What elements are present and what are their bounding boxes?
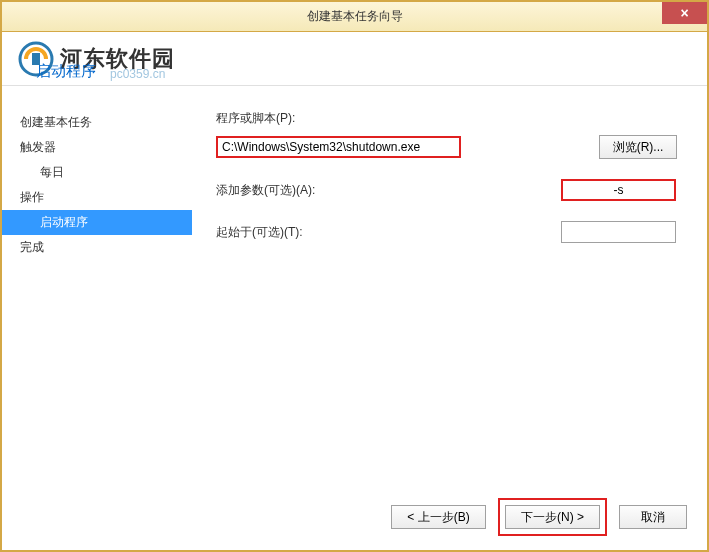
page-heading: 启动程序: [36, 62, 96, 81]
sidebar-item-finish[interactable]: 完成: [20, 235, 192, 260]
args-row: 添加参数(可选)(A): -s: [216, 179, 677, 201]
cancel-button[interactable]: 取消: [619, 505, 687, 529]
program-input[interactable]: C:\Windows\System32\shutdown.exe: [216, 136, 461, 158]
next-button[interactable]: 下一步(N) >: [505, 505, 600, 529]
args-value: -s: [567, 183, 670, 197]
program-value: C:\Windows\System32\shutdown.exe: [222, 140, 420, 154]
wizard-footer: < 上一步(B) 下一步(N) > 取消: [391, 498, 687, 536]
window-title: 创建基本任务向导: [307, 8, 403, 25]
sidebar-item-start-program[interactable]: 启动程序: [2, 210, 192, 235]
sidebar-item-create-task[interactable]: 创建基本任务: [20, 110, 192, 135]
sidebar-item-action[interactable]: 操作: [20, 185, 192, 210]
close-icon: ×: [680, 5, 688, 21]
close-button[interactable]: ×: [662, 2, 707, 24]
startin-input[interactable]: [561, 221, 676, 243]
titlebar: 创建基本任务向导 ×: [2, 2, 707, 32]
wizard-header: 河东软件园 启动程序 pc0359.cn: [2, 32, 707, 86]
watermark-url: pc0359.cn: [110, 67, 165, 81]
args-label: 添加参数(可选)(A):: [216, 182, 326, 199]
wizard-sidebar: 创建基本任务 触发器 每日 操作 启动程序 完成: [2, 86, 192, 506]
program-label: 程序或脚本(P):: [216, 110, 326, 127]
next-highlight: 下一步(N) >: [498, 498, 607, 536]
cancel-wrap: 取消: [619, 498, 687, 536]
sidebar-item-daily[interactable]: 每日: [20, 160, 192, 185]
program-row: C:\Windows\System32\shutdown.exe 浏览(R)..…: [216, 135, 677, 159]
wizard-content: 创建基本任务 触发器 每日 操作 启动程序 完成 程序或脚本(P): C:\Wi…: [2, 86, 707, 506]
args-input[interactable]: -s: [561, 179, 676, 201]
back-wrap: < 上一步(B): [391, 498, 486, 536]
wizard-main: 程序或脚本(P): C:\Windows\System32\shutdown.e…: [192, 86, 707, 506]
startin-label: 起始于(可选)(T):: [216, 224, 326, 241]
startin-row: 起始于(可选)(T):: [216, 221, 677, 243]
back-button[interactable]: < 上一步(B): [391, 505, 486, 529]
browse-button[interactable]: 浏览(R)...: [599, 135, 677, 159]
sidebar-item-trigger[interactable]: 触发器: [20, 135, 192, 160]
